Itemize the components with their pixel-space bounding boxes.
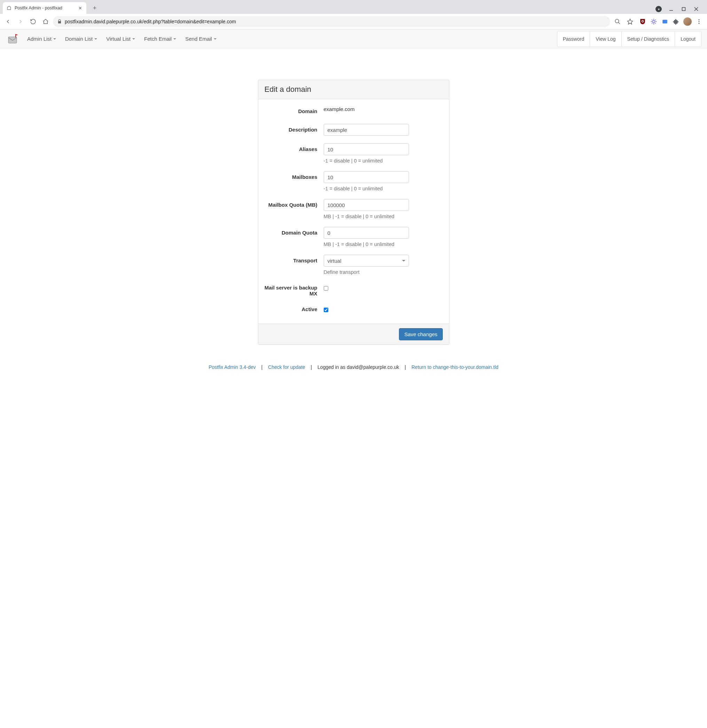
close-icon[interactable]: ✕ (77, 6, 83, 11)
nav-logout[interactable]: Logout (675, 31, 701, 47)
minimize-button[interactable] (665, 4, 677, 14)
nav-send-email[interactable]: Send Email (185, 36, 217, 42)
tab-bar: Postfix Admin - postfixad ✕ + ▾ (0, 0, 707, 14)
domain-value: example.com (324, 105, 443, 112)
nav-virtual-list[interactable]: Virtual List (106, 36, 135, 42)
separator: | (405, 364, 406, 370)
description-input[interactable] (324, 124, 409, 136)
footer-logged-in: Logged in as david@palepurple.co.uk (318, 364, 399, 370)
svg-line-16 (655, 19, 656, 20)
label-backup-mx: Mail server is backup MX (265, 283, 324, 296)
chevron-down-icon (132, 38, 135, 40)
extension-icon[interactable] (661, 18, 669, 25)
tab-title: Postfix Admin - postfixad (14, 6, 77, 10)
row-mailbox-quota: Mailbox Quota (MB) MB | -1 = disable | 0… (265, 199, 443, 219)
nav-admin-list[interactable]: Admin List (27, 36, 56, 42)
svg-rect-1 (682, 8, 685, 11)
svg-point-4 (615, 19, 619, 23)
label-description: Description (265, 124, 324, 133)
zoom-icon[interactable] (612, 16, 623, 27)
nav-password[interactable]: Password (557, 31, 590, 47)
lock-icon (57, 19, 62, 24)
footer-check-update-link[interactable]: Check for update (268, 364, 305, 370)
separator: | (311, 364, 312, 370)
kebab-menu-icon[interactable] (695, 18, 703, 25)
mailbox-quota-help: MB | -1 = disable | 0 = unlimited (324, 214, 443, 219)
tab-favicon (6, 5, 12, 11)
domain-quota-help: MB | -1 = disable | 0 = unlimited (324, 241, 443, 247)
row-aliases: Aliases -1 = disable | 0 = unlimited (265, 143, 443, 163)
svg-rect-17 (662, 20, 667, 24)
row-backup-mx: Mail server is backup MX (265, 283, 443, 296)
row-transport: Transport virtual Define transport (265, 255, 443, 275)
nav-domain-list[interactable]: Domain List (65, 36, 97, 42)
page-content: Edit a domain Domain example.com Descrip… (0, 48, 707, 355)
nav-setup-diagnostics[interactable]: Setup / Diagnostics (622, 31, 675, 47)
aliases-help: -1 = disable | 0 = unlimited (324, 158, 443, 163)
profile-indicator-icon[interactable]: ▾ (653, 4, 665, 14)
reload-button[interactable] (28, 16, 38, 27)
chevron-down-icon (94, 38, 97, 40)
bookmark-icon[interactable] (625, 16, 635, 27)
nav-left: Admin List Domain List Virtual List Fetc… (27, 36, 217, 42)
svg-point-19 (699, 21, 700, 22)
nav-item-label: Virtual List (106, 36, 130, 42)
backup-mx-checkbox[interactable] (324, 286, 328, 290)
ublock-icon[interactable] (639, 18, 646, 25)
svg-point-18 (699, 19, 700, 20)
transport-help: Define transport (324, 269, 443, 275)
row-mailboxes: Mailboxes -1 = disable | 0 = unlimited (265, 171, 443, 191)
svg-point-20 (699, 23, 700, 24)
close-window-button[interactable] (690, 4, 702, 14)
nav-item-label: Domain List (65, 36, 93, 42)
domain-quota-input[interactable] (324, 227, 409, 239)
nav-item-label: Admin List (27, 36, 52, 42)
profile-avatar[interactable] (683, 17, 692, 26)
svg-line-13 (652, 19, 652, 20)
mailboxes-input[interactable] (324, 171, 409, 183)
footer-return-link[interactable]: Return to change-this-to-your.domain.tld (412, 364, 499, 370)
window-controls: ▾ (653, 4, 704, 14)
aliases-input[interactable] (324, 143, 409, 155)
footer-product-link[interactable]: Postfix Admin 3.4-dev (208, 364, 256, 370)
nav-fetch-email[interactable]: Fetch Email (144, 36, 176, 42)
home-button[interactable] (40, 16, 51, 27)
label-aliases: Aliases (265, 143, 324, 152)
row-domain: Domain example.com (265, 105, 443, 114)
app-logo[interactable] (6, 32, 21, 46)
nav-view-log[interactable]: View Log (590, 31, 622, 47)
app-footer: Postfix Admin 3.4-dev | Check for update… (0, 355, 707, 377)
svg-line-14 (655, 23, 656, 24)
nav-item-label: Send Email (185, 36, 212, 42)
svg-line-5 (618, 22, 620, 24)
mailbox-quota-input[interactable] (324, 199, 409, 211)
transport-select[interactable]: virtual (324, 255, 409, 267)
browser-chrome: Postfix Admin - postfixad ✕ + ▾ (0, 0, 707, 30)
panel-title: Edit a domain (258, 80, 449, 99)
active-checkbox[interactable] (324, 308, 328, 312)
panel-body: Domain example.com Description Aliases -… (258, 99, 449, 324)
row-active: Active (265, 304, 443, 313)
back-button[interactable] (3, 16, 13, 27)
address-bar[interactable]: postfixadmin.david.palepurple.co.uk/edit… (53, 16, 610, 27)
svg-point-8 (653, 20, 655, 23)
extensions-area (638, 17, 704, 26)
forward-button[interactable] (15, 16, 26, 27)
browser-toolbar: postfixadmin.david.palepurple.co.uk/edit… (0, 14, 707, 30)
chevron-down-icon (214, 38, 217, 40)
maximize-button[interactable] (678, 4, 690, 14)
svg-point-7 (642, 21, 643, 22)
label-active: Active (265, 304, 324, 312)
browser-tab[interactable]: Postfix Admin - postfixad ✕ (3, 2, 86, 14)
extension-icon[interactable] (650, 18, 658, 25)
edit-domain-panel: Edit a domain Domain example.com Descrip… (258, 80, 450, 345)
save-button[interactable]: Save changes (399, 328, 442, 340)
nav-item-label: Fetch Email (144, 36, 172, 42)
new-tab-button[interactable]: + (90, 3, 100, 13)
svg-rect-21 (8, 37, 17, 43)
url-text: postfixadmin.david.palepurple.co.uk/edit… (65, 19, 606, 25)
row-domain-quota: Domain Quota MB | -1 = disable | 0 = unl… (265, 227, 443, 247)
extensions-menu-icon[interactable] (672, 18, 680, 25)
mailboxes-help: -1 = disable | 0 = unlimited (324, 186, 443, 191)
separator: | (261, 364, 262, 370)
